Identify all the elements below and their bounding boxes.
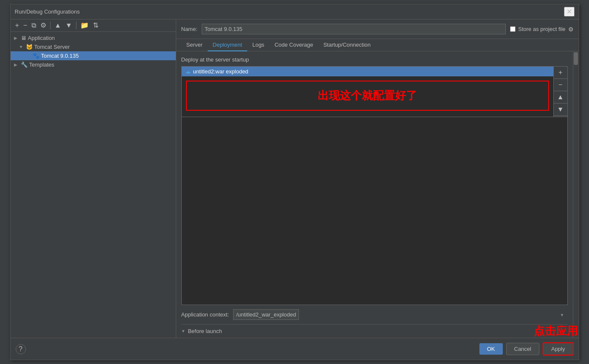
remove-deploy-button[interactable]: − — [554, 79, 567, 91]
empty-area — [181, 117, 568, 305]
tree-tomcat-instance[interactable]: 🐾 Tomcat 9.0.135 — [11, 51, 176, 60]
scrollbar-thumb[interactable] — [574, 52, 578, 65]
move-down-button[interactable]: ▼ — [64, 21, 73, 30]
apply-button-wrapper: Apply 点击应用 — [543, 342, 574, 356]
tree-templates[interactable]: ▶ 🔧 Templates — [11, 60, 176, 69]
store-checkbox-area: Store as project file ⚙ — [510, 26, 573, 33]
right-panel: Name: Store as project file ⚙ Server Dep… — [176, 20, 579, 338]
toolbar-separator-2 — [76, 22, 76, 29]
toolbar: + − ⧉ ⚙ ▲ ▼ 📁 ⇅ — [11, 20, 176, 32]
tomcat-server-label: Tomcat Server — [34, 44, 70, 50]
dialog-title: Run/Debug Configurations — [15, 8, 80, 15]
name-input[interactable] — [202, 24, 506, 34]
title-bar: Run/Debug Configurations ✕ — [11, 4, 579, 20]
sort-button[interactable]: ⇅ — [92, 21, 100, 30]
toolbar-separator — [50, 22, 51, 29]
before-launch-arrow: ▼ — [181, 329, 186, 333]
tree-arrow-templates: ▶ — [14, 62, 19, 67]
settings-config-button[interactable]: ⚙ — [39, 21, 48, 30]
cancel-button[interactable]: Cancel — [506, 343, 539, 355]
left-panel: + − ⧉ ⚙ ▲ ▼ 📁 ⇅ ▶ 🖥 Application ▼ — [11, 20, 176, 338]
right-main: Deploy at the server startup ☁ untitled2… — [176, 51, 573, 338]
deploy-item[interactable]: ☁ untitled2:war exploded — [182, 67, 553, 76]
right-content-inner: Deploy at the server startup ☁ untitled2… — [176, 51, 579, 338]
folder-button[interactable]: 📁 — [79, 21, 90, 30]
app-context-select[interactable]: /untitled2_war_exploded — [233, 309, 299, 320]
bottom-bar: ? OK Cancel Apply 点击应用 — [11, 338, 579, 360]
annotation-text: 出现这个就配置好了 — [186, 81, 549, 111]
app-context-label: Application context: — [181, 311, 229, 318]
close-button[interactable]: ✕ — [564, 7, 575, 17]
deploy-item-icon: ☁ — [185, 68, 191, 75]
apply-button[interactable]: Apply — [543, 342, 574, 356]
up-deploy-button[interactable]: ▲ — [554, 91, 567, 104]
run-debug-dialog: Run/Debug Configurations ✕ + − ⧉ ⚙ ▲ ▼ 📁… — [10, 4, 579, 360]
tab-server[interactable]: Server — [181, 39, 208, 51]
tomcat-instance-label: Tomcat 9.0.135 — [41, 53, 79, 59]
down-deploy-button[interactable]: ▼ — [554, 104, 567, 116]
tab-logs[interactable]: Logs — [247, 39, 269, 51]
tab-code-coverage[interactable]: Code Coverage — [269, 39, 318, 51]
move-up-button[interactable]: ▲ — [53, 21, 62, 30]
remove-config-button[interactable]: − — [22, 21, 28, 30]
gear-icon[interactable]: ⚙ — [568, 26, 574, 33]
main-content: + − ⧉ ⚙ ▲ ▼ 📁 ⇅ ▶ 🖥 Application ▼ — [11, 20, 579, 338]
scrollbar-area — [573, 51, 579, 338]
tomcat-instance-icon: 🐾 — [33, 53, 39, 59]
tab-content-deployment: Deploy at the server startup ☁ untitled2… — [176, 51, 573, 338]
templates-label: Templates — [29, 62, 54, 68]
store-label: Store as project file — [518, 26, 565, 32]
side-buttons: + − ▲ ▼ ✎ — [554, 66, 568, 117]
tab-startup-connection[interactable]: Startup/Connection — [318, 39, 375, 51]
deploy-list: ☁ untitled2:war exploded 出现这个就配置好了 — [181, 66, 554, 117]
before-launch: ▼ Before launch — [181, 324, 568, 338]
deploy-area: ☁ untitled2:war exploded 出现这个就配置好了 + — [181, 66, 568, 117]
application-label: Application — [28, 35, 55, 41]
add-config-button[interactable]: + — [14, 21, 20, 30]
app-context-row: Application context: /untitled2_war_expl… — [181, 305, 568, 324]
copy-config-button[interactable]: ⧉ — [30, 21, 37, 30]
annotation-container: 出现这个就配置好了 — [182, 81, 553, 111]
ok-button[interactable]: OK — [479, 343, 503, 355]
store-checkbox[interactable] — [510, 26, 516, 32]
app-context-select-wrapper: /untitled2_war_exploded — [233, 309, 567, 320]
application-icon: 🖥 — [21, 35, 26, 41]
name-row: Name: Store as project file ⚙ — [176, 20, 579, 39]
config-tree: ▶ 🖥 Application ▼ 🐱 Tomcat Server 🐾 Tomc… — [11, 32, 176, 338]
help-button[interactable]: ? — [16, 344, 26, 354]
tab-deployment[interactable]: Deployment — [208, 39, 247, 51]
before-launch-label: Before launch — [188, 328, 222, 334]
tree-arrow-tomcat: ▼ — [19, 45, 24, 49]
deploy-item-label: untitled2:war exploded — [193, 68, 248, 75]
deploy-section-label: Deploy at the server startup — [181, 56, 568, 63]
add-deploy-button[interactable]: + — [554, 67, 567, 79]
tomcat-server-icon: 🐱 — [26, 44, 33, 50]
title-bar-left: Run/Debug Configurations — [15, 8, 80, 15]
tree-arrow-application: ▶ — [14, 36, 19, 40]
templates-icon: 🔧 — [21, 62, 28, 68]
tree-tomcat-server[interactable]: ▼ 🐱 Tomcat Server — [11, 42, 176, 51]
tree-application[interactable]: ▶ 🖥 Application — [11, 34, 176, 42]
name-label: Name: — [181, 26, 197, 32]
tabs-bar: Server Deployment Logs Code Coverage Sta… — [176, 39, 579, 51]
